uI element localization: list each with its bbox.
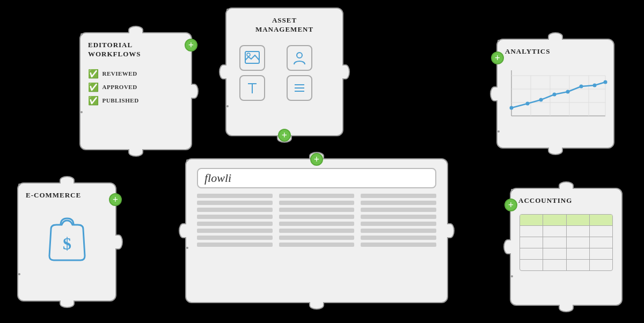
flowli-line: [361, 201, 436, 205]
asset-title: Asset Management: [226, 9, 342, 39]
accounting-cell: [520, 248, 543, 259]
table-row: [520, 226, 612, 237]
flowli-line: [279, 222, 355, 226]
asset-icon-image: [239, 45, 265, 71]
flowli-line: [279, 243, 355, 247]
accounting-cell: [567, 248, 590, 259]
accounting-cell: [543, 226, 566, 237]
accounting-plus-badge[interactable]: +: [504, 199, 517, 211]
accounting-cell: [543, 248, 566, 259]
table-row: [520, 237, 612, 248]
editorial-item-approved: ✅ Approved: [88, 82, 184, 92]
check-icon-approved: ✅: [88, 82, 99, 92]
scene: + Editorial Workflows ✅ Reviewed ✅ Appro…: [0, 0, 644, 323]
svg-point-24: [593, 83, 597, 87]
svg-point-23: [580, 84, 583, 88]
ecommerce-title: E-Commerce: [18, 183, 115, 204]
svg-point-18: [510, 106, 514, 109]
asset-icons-grid: [226, 41, 342, 105]
accounting-cell: [590, 226, 612, 237]
flowli-line: [279, 236, 355, 240]
accounting-cell: [520, 260, 543, 270]
flowli-line: [197, 222, 273, 226]
asset-icon-list: [287, 75, 312, 101]
check-icon-reviewed: ✅: [88, 69, 99, 79]
accounting-cell: [520, 215, 543, 225]
editorial-items-list: ✅ Reviewed ✅ Approved ✅ Published: [80, 63, 191, 111]
svg-point-21: [553, 92, 557, 96]
accounting-cell: [543, 237, 566, 248]
accounting-card[interactable]: + Accounting: [510, 188, 623, 306]
flowli-line: [279, 229, 355, 233]
analytics-chart: [497, 61, 613, 130]
editorial-title: Editorial Workflows: [80, 33, 191, 63]
asset-icon-user: [287, 45, 312, 71]
accounting-cell: [543, 215, 566, 225]
accounting-cell: [567, 237, 590, 248]
flowli-line: [197, 236, 273, 240]
accounting-cell: [520, 226, 543, 237]
accounting-cell: [590, 260, 612, 270]
accounting-cell: [567, 226, 590, 237]
ecommerce-card[interactable]: + E-Commerce $: [17, 182, 116, 302]
check-icon-published: ✅: [88, 96, 99, 106]
svg-point-20: [539, 98, 543, 101]
table-row: [520, 215, 612, 226]
svg-point-22: [566, 90, 570, 93]
svg-point-19: [526, 101, 530, 105]
flowli-line: [279, 208, 355, 212]
flowli-line: [361, 194, 436, 198]
accounting-cell: [590, 248, 612, 259]
accounting-cell: [520, 237, 543, 248]
table-row: [520, 260, 612, 270]
table-row: [520, 248, 612, 260]
accounting-cell: [567, 215, 590, 225]
ecommerce-plus-badge[interactable]: +: [109, 193, 122, 206]
editorial-workflows-card[interactable]: + Editorial Workflows ✅ Reviewed ✅ Appro…: [79, 32, 192, 150]
accounting-cell: [590, 237, 612, 248]
svg-point-1: [247, 53, 250, 56]
accounting-cell: [543, 260, 566, 270]
flowli-line: [361, 229, 436, 233]
asset-icon-text: [239, 75, 265, 101]
flowli-line: [197, 229, 273, 233]
flowli-col-2: [279, 194, 355, 247]
flowli-line: [197, 208, 273, 212]
flowli-line: [197, 215, 273, 219]
svg-point-25: [604, 80, 608, 84]
ecommerce-bag-icon: $: [18, 207, 115, 273]
flowli-line: [197, 194, 273, 198]
flowli-plus-badge[interactable]: +: [310, 153, 323, 166]
flowli-line: [361, 208, 436, 212]
flowli-line: [279, 215, 355, 219]
accounting-cell: [567, 260, 590, 270]
accounting-spreadsheet: [519, 214, 613, 271]
flowli-col-1: [197, 194, 273, 247]
flowli-line: [279, 194, 355, 198]
analytics-plus-badge[interactable]: +: [491, 52, 504, 64]
flowli-line: [361, 243, 436, 247]
accounting-title: Accounting: [511, 189, 621, 210]
flowli-line: [361, 236, 436, 240]
flowli-line: [197, 201, 273, 205]
flowli-search-bar[interactable]: flowli: [197, 168, 436, 188]
svg-text:$: $: [63, 234, 71, 253]
flowli-app-name: flowli: [204, 171, 231, 185]
analytics-title: Analytics: [497, 40, 613, 61]
flowli-line: [197, 243, 273, 247]
flowli-line: [279, 201, 355, 205]
editorial-plus-badge[interactable]: +: [185, 39, 197, 52]
flowli-card[interactable]: + flowli: [185, 158, 448, 303]
svg-point-2: [297, 53, 302, 58]
editorial-item-published: ✅ Published: [88, 96, 184, 106]
asset-plus-badge[interactable]: +: [278, 129, 291, 142]
analytics-card[interactable]: + Analytics: [496, 39, 614, 149]
editorial-item-reviewed: ✅ Reviewed: [88, 69, 184, 79]
flowli-line: [361, 215, 436, 219]
accounting-cell: [590, 215, 612, 225]
flowli-content-columns: [186, 194, 447, 247]
flowli-line: [361, 222, 436, 226]
flowli-col-3: [361, 194, 436, 247]
asset-management-card[interactable]: + Asset Management: [225, 8, 343, 136]
